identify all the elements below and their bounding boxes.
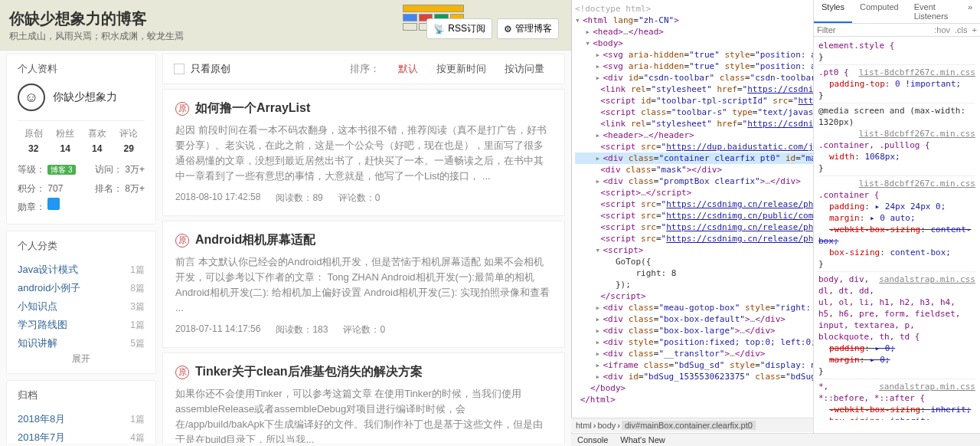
username[interactable]: 你缺少想象力 [53, 90, 117, 104]
tab-more[interactable]: » [960, 0, 980, 23]
rss-button[interactable]: 📡RSS订阅 [426, 18, 492, 39]
main-content: 只看原创 排序： 默认 按更新时间 按访问量 原如何撸一个ArrayList 起… [159, 54, 568, 443]
article-excerpt: 起因 前段时间在看一本不码农翻身，这本书很不错，推荐阅读（真不是打广告，好书要分… [175, 123, 552, 184]
manage-blog-button[interactable]: ⚙管理博客 [497, 18, 559, 39]
original-badge: 原 [175, 102, 189, 116]
add-rule-icon[interactable]: + [972, 25, 977, 34]
elements-dom-tree[interactable]: <!doctype html> ▾<html lang="zh-CN"> ▸<h… [572, 0, 814, 446]
stat[interactable]: 粉丝14 [50, 127, 82, 154]
medal-badge [47, 198, 60, 210]
cls-toggle[interactable]: .cls [955, 25, 968, 34]
archive-card: 归档 2018年8月1篇2018年7月4篇2018年5月1篇2018年4月2篇 [6, 380, 156, 443]
category-item[interactable]: Java设计模式1篇 [18, 261, 145, 279]
sort-default[interactable]: 默认 [398, 62, 418, 76]
category-item[interactable]: 学习路线图1篇 [18, 316, 145, 334]
profile-title: 个人资料 [18, 62, 145, 76]
filter-bar: 只看原创 排序： 默认 按更新时间 按访问量 [162, 54, 565, 84]
tab-event-listeners[interactable]: Event Listeners [906, 0, 960, 23]
category-item[interactable]: 小知识点3篇 [18, 297, 145, 316]
article-card: 原如何撸一个ArrayList 起因 前段时间在看一本不码农翻身，这本书很不错，… [162, 89, 565, 216]
category-item[interactable]: 知识讲解5篇 [18, 334, 145, 353]
css-rules[interactable]: element.style {} list-8dcbff267c.min.css… [814, 37, 980, 420]
stat[interactable]: 评论29 [113, 127, 145, 154]
rss-icon: 📡 [433, 24, 445, 34]
original-badge: 原 [175, 366, 189, 379]
hov-toggle[interactable]: :hov [934, 25, 950, 34]
console-drawer[interactable]: Console What's New [571, 433, 980, 446]
sort-visits[interactable]: 按访问量 [505, 62, 544, 76]
gear-icon: ⚙ [504, 24, 512, 34]
article-title[interactable]: Android相机屏幕适配 [195, 232, 315, 248]
blog-header: 你缺少想象力的博客 积土成山，风雨兴焉；积水成渊，蛟龙生焉 📡RSS订阅 ⚙管理… [0, 0, 571, 51]
categories-card: 个人分类 Java设计模式1篇android小例子8篇小知识点3篇学习路线图1篇… [6, 231, 156, 374]
stat[interactable]: 原创32 [18, 127, 50, 154]
article-title[interactable]: Tinker关于clean后准基包消失的解决方案 [195, 364, 423, 380]
article-card: 原Android相机屏幕适配 前言 本文默认你已经会的Android相机开发，但… [162, 221, 565, 348]
archive-item[interactable]: 2018年7月4篇 [18, 428, 145, 443]
article-excerpt: 如果你还不会使用Tinker，可以参考这篇文章 在使用Tinker的时候，当我们… [175, 386, 552, 443]
styles-filter-input[interactable] [817, 25, 929, 34]
styles-pane: Styles Computed Event Listeners » :hov .… [814, 0, 980, 446]
devtools-panel: <!doctype html> ▾<html lang="zh-CN"> ▸<h… [571, 0, 980, 446]
original-badge: 原 [175, 234, 189, 248]
article-excerpt: 前言 本文默认你已经会的Android相机开发，但是苦恼于相机屏幕适配 如果不会… [175, 254, 552, 316]
tab-computed[interactable]: Computed [852, 0, 906, 23]
sort-time[interactable]: 按更新时间 [436, 62, 486, 76]
category-item[interactable]: android小例子8篇 [18, 279, 145, 297]
level-badge: 博客 3 [47, 165, 75, 175]
sidebar: 个人资料 ☺ 你缺少想象力 原创32粉丝14喜欢14评论29 等级： 博客 3访… [3, 54, 159, 443]
avatar[interactable]: ☺ [18, 84, 45, 111]
article-card: 原Tinker关于clean后准基包消失的解决方案 如果你还不会使用Tinker… [162, 353, 565, 443]
blog-panel: 你缺少想象力的博客 积土成山，风雨兴焉；积水成渊，蛟龙生焉 📡RSS订阅 ⚙管理… [0, 0, 571, 446]
article-meta: 2018-08-10 17:42:58阅读数：89评论数：0 [175, 192, 552, 205]
tab-styles[interactable]: Styles [814, 0, 852, 23]
profile-card: 个人资料 ☺ 你缺少想象力 原创32粉丝14喜欢14评论29 等级： 博客 3访… [6, 54, 156, 225]
stat[interactable]: 喜欢14 [81, 127, 113, 154]
article-meta: 2018-07-11 14:17:56阅读数：183评论数：0 [175, 323, 552, 336]
dom-breadcrumb[interactable]: html › body › div#mainBox.container.clea… [571, 418, 813, 432]
article-title[interactable]: 如何撸一个ArrayList [195, 100, 310, 116]
expand-categories[interactable]: 展开 [18, 353, 145, 366]
archive-item[interactable]: 2018年8月1篇 [18, 410, 145, 428]
only-original-checkbox[interactable] [174, 64, 185, 74]
